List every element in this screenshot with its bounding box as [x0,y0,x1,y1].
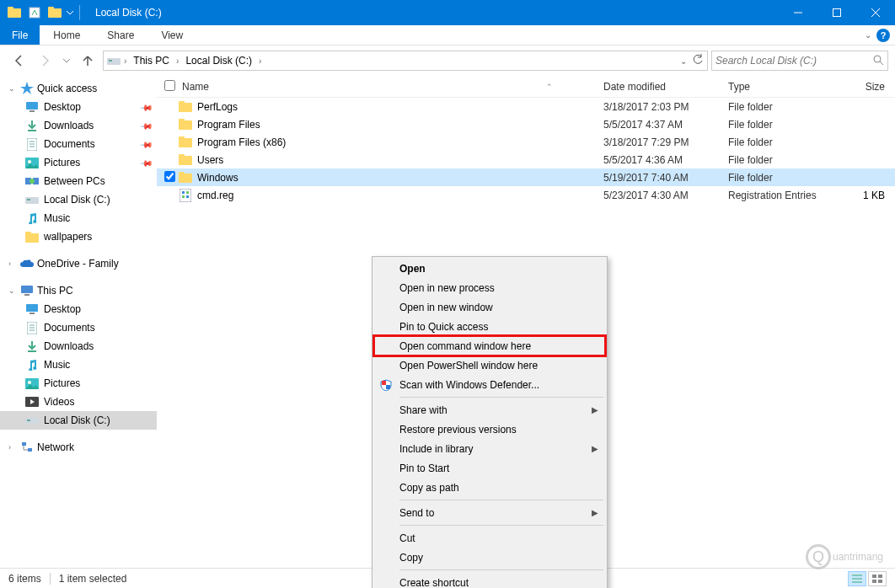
nav-quick-between-pcs[interactable]: Between PCs [0,172,157,190]
expand-icon[interactable]: › [8,259,17,268]
file-row[interactable]: Program Files (x86)3/18/2017 7:29 PMFile… [157,133,895,151]
breadcrumb-drive[interactable]: Local Disk (C:) [180,51,257,70]
qat-new-folder-icon[interactable] [46,3,64,22]
file-row[interactable]: Users5/5/2017 4:36 AMFile folder [157,151,895,168]
chevron-right-icon[interactable]: › [174,56,180,66]
view-details-button[interactable] [848,571,866,586]
ctx-scan-defender[interactable]: Scan with Windows Defender... [374,375,605,394]
svg-rect-26 [27,199,30,200]
search-input[interactable] [715,55,872,67]
qat-customize-dropdown[interactable] [66,9,74,16]
navigation-pane: ⌄ Quick access Desktop📌Downloads📌Documen… [0,76,157,568]
status-item-count: 6 items [8,573,41,585]
column-name[interactable]: Name⌃ [179,81,603,93]
file-row[interactable]: Windows5/19/2017 7:40 AMFile folder [157,168,895,186]
ribbon-expand-icon[interactable]: ⌄ [865,30,871,40]
ctx-open-new-process[interactable]: Open in new process [374,278,605,297]
recent-dropdown[interactable] [61,49,72,72]
nav-quick-desktop[interactable]: Desktop📌 [0,98,157,116]
file-name: Program Files (x86) [197,136,286,148]
collapse-icon[interactable]: ⌄ [8,84,17,93]
nav-thispc-documents[interactable]: Documents [0,318,157,337]
breadcrumb-this-pc[interactable]: This PC [128,51,174,70]
chevron-right-icon[interactable]: › [122,56,128,66]
quick-access-header[interactable]: ⌄ Quick access [0,79,157,98]
ctx-share-with[interactable]: Share with▶ [374,400,605,420]
ctx-send-to[interactable]: Send to▶ [374,503,605,522]
svg-rect-56 [182,191,185,194]
ctx-pin-quick[interactable]: Pin to Quick access [374,317,605,336]
ctx-open[interactable]: Open [374,259,605,278]
nav-item-label: Music [44,359,70,371]
svg-point-39 [28,381,31,384]
nav-thispc-videos[interactable]: Videos [0,393,157,411]
address-dropdown[interactable]: ⌄ [677,56,690,66]
ctx-open-powershell-here[interactable]: Open PowerShell window here [374,355,605,375]
svg-rect-58 [182,195,185,198]
tab-view[interactable]: View [147,25,196,45]
chevron-right-icon[interactable]: › [257,56,263,66]
search-icon[interactable] [872,54,884,68]
nav-item-label: Desktop [44,101,81,113]
svg-rect-1 [8,7,13,10]
refresh-button[interactable] [692,54,704,68]
help-icon[interactable]: ? [876,29,890,42]
svg-rect-52 [179,154,185,158]
row-checkbox[interactable] [164,171,175,182]
tab-home[interactable]: Home [40,25,94,45]
maximize-button[interactable] [817,0,856,25]
app-icon[interactable] [5,3,24,22]
file-row[interactable]: cmd.reg5/23/2017 4:30 AMRegistration Ent… [157,186,895,204]
file-date: 3/18/2017 7:29 PM [603,136,728,148]
downloads-icon [25,119,39,132]
this-pc-header[interactable]: ⌄ This PC [0,281,157,300]
nav-thispc-music[interactable]: Music [0,355,157,374]
up-button[interactable] [76,49,99,72]
back-button[interactable] [7,49,30,72]
column-date[interactable]: Date modified [603,81,728,93]
column-size[interactable]: Size [836,81,895,93]
ctx-open-cmd-here[interactable]: Open command window here [374,336,605,355]
ctx-copy[interactable]: Copy [374,548,605,567]
address-bar[interactable]: › This PC › Local Disk (C:) › ⌄ [103,51,708,71]
tab-share[interactable]: Share [94,25,147,45]
quick-access-icon [20,82,34,95]
nav-quick-wallpapers[interactable]: wallpapers [0,227,157,246]
ctx-create-shortcut[interactable]: Create shortcut [374,573,605,588]
file-tab[interactable]: File [0,25,40,45]
nav-thispc-downloads[interactable]: Downloads [0,337,157,355]
select-all-checkbox[interactable] [160,80,179,94]
nav-thispc-local-disk-c-[interactable]: Local Disk (C:) [0,411,157,430]
close-button[interactable] [856,0,895,25]
minimize-button[interactable] [779,0,817,25]
qat-properties-icon[interactable] [25,3,44,22]
forward-button[interactable] [34,49,57,72]
onedrive-header[interactable]: › OneDrive - Family [0,254,157,273]
ctx-pin-start[interactable]: Pin to Start [374,458,605,478]
ctx-include-library[interactable]: Include in library▶ [374,439,605,458]
ctx-restore-versions[interactable]: Restore previous versions [374,420,605,439]
nav-quick-downloads[interactable]: Downloads📌 [0,116,157,135]
collapse-icon[interactable]: ⌄ [8,286,17,295]
expand-icon[interactable]: › [8,443,17,452]
file-row[interactable]: PerfLogs3/18/2017 2:03 PMFile folder [157,98,895,115]
nav-quick-music[interactable]: Music [0,209,157,227]
drive-icon [25,193,39,206]
ctx-cut[interactable]: Cut [374,528,605,548]
ctx-open-new-window[interactable]: Open in new window [374,297,605,317]
nav-thispc-pictures[interactable]: Pictures [0,374,157,393]
file-date: 5/5/2017 4:36 AM [603,154,728,166]
nav-item-label: Between PCs [44,175,105,187]
view-large-icons-button[interactable] [868,571,887,586]
nav-quick-documents[interactable]: Documents📌 [0,135,157,153]
cloud-icon [20,257,34,270]
nav-quick-pictures[interactable]: Pictures📌 [0,153,157,172]
column-type[interactable]: Type [728,81,836,93]
network-header[interactable]: › Network [0,438,157,457]
nav-thispc-desktop[interactable]: Desktop [0,300,157,318]
ctx-copy-path[interactable]: Copy as path [374,478,605,497]
onedrive-label: OneDrive - Family [37,258,119,270]
file-row[interactable]: Program Files5/5/2017 4:37 AMFile folder [157,115,895,133]
search-box[interactable] [711,51,888,71]
nav-quick-local-disk-c-[interactable]: Local Disk (C:) [0,190,157,209]
